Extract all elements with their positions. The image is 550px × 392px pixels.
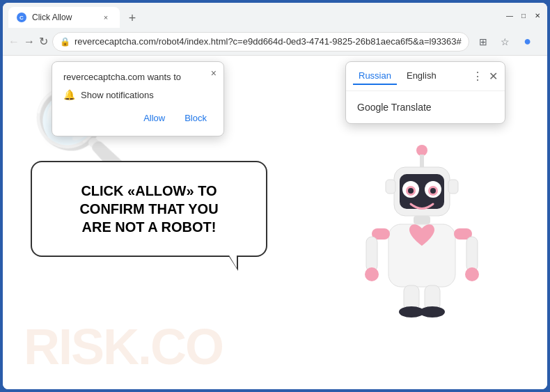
- translate-service: Google Translate: [357, 102, 432, 113]
- svg-rect-12: [414, 216, 430, 224]
- menu-icon[interactable]: ⋮: [540, 32, 547, 52]
- popup-close-button[interactable]: ×: [211, 68, 217, 79]
- notification-popup: × revercecaptcha.com wants to 🔔 Show not…: [52, 61, 224, 136]
- forward-button[interactable]: →: [24, 32, 35, 52]
- speech-bubble: CLICK «ALLOW» TO CONFIRM THAT YOU ARE NO…: [31, 161, 267, 257]
- allow-button[interactable]: Allow: [138, 110, 171, 126]
- translate-icon[interactable]: ⊞: [473, 32, 493, 52]
- tab-bar: C Click Allow × +: [8, 3, 500, 28]
- active-tab[interactable]: C Click Allow ×: [8, 7, 120, 28]
- svg-point-18: [365, 267, 379, 281]
- title-bar: C Click Allow × + — □ ✕: [3, 3, 547, 28]
- block-button[interactable]: Block: [179, 110, 212, 126]
- tab-close-button[interactable]: ×: [100, 12, 111, 23]
- refresh-button[interactable]: ↻: [39, 32, 48, 52]
- notification-row: 🔔 Show notifications: [63, 89, 212, 100]
- svg-rect-1: [420, 155, 424, 168]
- window-controls: — □ ✕: [505, 11, 542, 19]
- translate-header-icons: ⋮ ✕: [472, 70, 498, 83]
- address-text: revercecaptcha.com/robot4/index.html?c=e…: [74, 36, 462, 47]
- svg-rect-11: [448, 180, 458, 194]
- svg-point-8: [408, 188, 414, 194]
- toolbar: ← → ↻ 🔒 revercecaptcha.com/robot4/index.…: [3, 28, 547, 56]
- svg-point-0: [416, 145, 427, 156]
- tab-english[interactable]: English: [401, 68, 442, 85]
- close-button[interactable]: ✕: [533, 11, 542, 19]
- svg-rect-17: [466, 237, 478, 272]
- popup-buttons: Allow Block: [63, 110, 212, 126]
- translate-options-icon[interactable]: ⋮: [472, 70, 483, 83]
- bookmark-icon[interactable]: ☆: [496, 32, 515, 52]
- new-tab-button[interactable]: +: [123, 8, 142, 28]
- svg-point-23: [420, 306, 445, 317]
- translate-body: Google Translate: [346, 91, 505, 123]
- page-content: RISK.CO 🔍 × revercecaptcha.com wants to …: [3, 56, 547, 389]
- bubble-text-line2: ARE NOT A ROBOT!: [82, 219, 217, 235]
- maximize-button[interactable]: □: [519, 11, 528, 19]
- bell-icon: 🔔: [63, 89, 75, 100]
- bubble-text: CLICK «ALLOW» TO CONFIRM THAT YOU ARE NO…: [53, 182, 245, 236]
- notification-label: Show notifications: [81, 90, 154, 100]
- bubble-text-line1: CLICK «ALLOW» TO CONFIRM THAT YOU: [79, 183, 218, 217]
- svg-point-19: [465, 267, 479, 281]
- lock-icon: 🔒: [60, 37, 70, 47]
- address-bar[interactable]: 🔒 revercecaptcha.com/robot4/index.html?c…: [52, 32, 469, 52]
- translate-header: Russian English ⋮ ✕: [346, 62, 505, 91]
- minimize-button[interactable]: —: [505, 11, 514, 19]
- translate-close-icon[interactable]: ✕: [489, 70, 498, 83]
- tab-russian[interactable]: Russian: [353, 68, 397, 85]
- svg-rect-10: [386, 180, 395, 194]
- svg-rect-16: [366, 237, 377, 272]
- svg-point-9: [430, 188, 436, 194]
- robot-character: [352, 138, 492, 322]
- profile-icon[interactable]: ●: [518, 32, 537, 52]
- tab-title: Click Allow: [32, 13, 95, 22]
- translate-popup: Russian English ⋮ ✕ Google Translate: [345, 61, 505, 124]
- tab-favicon: C: [17, 13, 26, 22]
- popup-title: revercecaptcha.com wants to: [63, 72, 212, 82]
- browser-window: C Click Allow × + — □ ✕ ← → ↻ 🔒 revercec…: [3, 3, 547, 389]
- toolbar-icons: ⊞ ☆ ● ⋮: [473, 32, 547, 52]
- back-button[interactable]: ←: [8, 32, 19, 52]
